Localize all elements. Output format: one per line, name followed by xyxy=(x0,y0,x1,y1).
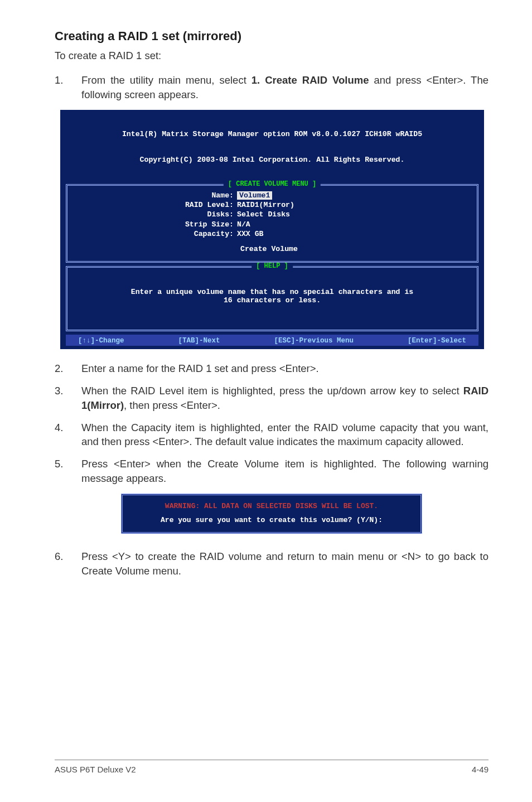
step-number: 2. xyxy=(55,361,81,376)
step-text: Enter a name for the RAID 1 set and pres… xyxy=(81,361,489,376)
step-5: 5. Press <Enter> when the Create Volume … xyxy=(55,457,489,486)
step-3: 3. When the RAID Level item is highlight… xyxy=(55,384,489,413)
create-volume-menu-frame: [ CREATE VOLUME MENU ] Name:Volume1 RAID… xyxy=(66,184,478,263)
name-field[interactable]: Volume1 xyxy=(237,191,272,200)
step-text: From the utility main menu, select 1. Cr… xyxy=(81,73,489,102)
footer-page-number: 4-49 xyxy=(472,765,489,774)
bios-header-line-1: Intel(R) Matrix Storage Manager option R… xyxy=(66,130,478,138)
footer-product: ASUS P6T Deluxe V2 xyxy=(55,765,136,774)
step-text: Press <Enter> when the Create Volume ite… xyxy=(81,457,489,486)
step-number: 3. xyxy=(55,384,81,413)
warning-prompt[interactable]: Are you sure you want to create this vol… xyxy=(132,516,412,524)
bios-form: Name:Volume1 RAID Level:RAID1(Mirror) Di… xyxy=(75,191,469,253)
strip-size-field: N/A xyxy=(237,220,250,229)
disks-field[interactable]: Select Disks xyxy=(237,210,290,219)
create-volume-action[interactable]: Create Volume xyxy=(75,245,469,253)
help-text-line-2: 16 characters or less. xyxy=(81,296,463,305)
capacity-field[interactable]: XXX GB xyxy=(237,230,263,238)
step-number: 4. xyxy=(55,421,81,450)
step-number: 6. xyxy=(55,549,81,578)
step-2: 2. Enter a name for the RAID 1 set and p… xyxy=(55,361,489,376)
help-text-line-1: Enter a unique volume name that has no s… xyxy=(81,288,463,296)
step-text: When the RAID Level item is highlighted,… xyxy=(81,384,489,413)
bios-screenshot: Intel(R) Matrix Storage Manager option R… xyxy=(60,110,484,349)
page-footer: ASUS P6T Deluxe V2 4-49 xyxy=(55,760,489,774)
step-4: 4. When the Capacity item is highlighted… xyxy=(55,421,489,450)
bios-key-hints: [↑↓]-Change [TAB]-Next [ESC]-Previous Me… xyxy=(66,335,478,346)
warning-headline: WARNING: ALL DATA ON SELECTED DISKS WILL… xyxy=(132,502,412,510)
step-1: 1. From the utility main menu, select 1.… xyxy=(55,73,489,102)
bios-header-line-2: Copyright(C) 2003-08 Intel Corporation. … xyxy=(66,156,478,164)
step-number: 1. xyxy=(55,73,81,102)
raid-level-field[interactable]: RAID1(Mirror) xyxy=(237,201,294,209)
help-label: [ HELP ] xyxy=(252,263,293,270)
hint-next: [TAB]-Next xyxy=(178,337,220,345)
step-text: Press <Y> to create the RAID volume and … xyxy=(81,549,489,578)
hint-prev: [ESC]-Previous Menu xyxy=(274,337,354,345)
step-6: 6. Press <Y> to create the RAID volume a… xyxy=(55,549,489,578)
hint-change: [↑↓]-Change xyxy=(78,337,124,345)
step-number: 5. xyxy=(55,457,81,486)
section-heading: Creating a RAID 1 set (mirrored) xyxy=(55,29,489,44)
hint-select: [Enter]-Select xyxy=(408,337,466,345)
create-volume-menu-label: [ CREATE VOLUME MENU ] xyxy=(224,181,321,189)
intro-text: To create a RAID 1 set: xyxy=(55,49,489,63)
step-text: When the Capacity item is highlighted, e… xyxy=(81,421,489,450)
help-frame: [ HELP ] Enter a unique volume name that… xyxy=(66,266,478,331)
warning-dialog: WARNING: ALL DATA ON SELECTED DISKS WILL… xyxy=(121,494,422,534)
